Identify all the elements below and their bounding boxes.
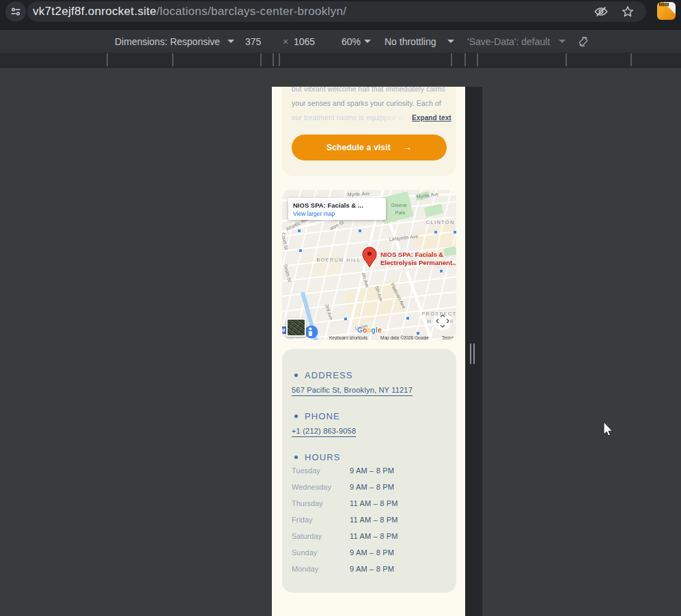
hours-time: 11 AM – 8 PM — [350, 512, 398, 528]
hours-time: 9 AM – 8 PM — [350, 479, 394, 495]
extension-icon[interactable] — [657, 2, 676, 20]
hours-day: Tuesday — [292, 462, 350, 479]
map-marker-label: NIOS SPA: Facials & Electrolysis Permane… — [380, 251, 456, 266]
view-larger-map-link[interactable]: View larger map — [293, 210, 381, 217]
hidden-eye-icon[interactable] — [594, 4, 609, 19]
intro-line1: but vibrant welcome hall that immediatel… — [292, 87, 456, 96]
arrow-right-icon: → — [403, 142, 412, 152]
zoom-dropdown-arrow[interactable] — [364, 30, 371, 53]
viewport-gutter — [465, 87, 482, 616]
device-viewport: but vibrant welcome hall that immediatel… — [272, 87, 465, 616]
map-street-label: Greene — [391, 203, 406, 208]
hours-heading: HOURS — [292, 451, 447, 462]
throttling-dropdown-arrow[interactable] — [447, 30, 454, 53]
bullet-dot — [294, 415, 298, 418]
map-info-title: NIOS SPA: Facials & ... — [293, 201, 381, 209]
rotate-icon — [576, 34, 591, 49]
intro-paragraph: but vibrant welcome hall that immediatel… — [281, 87, 456, 125]
throttling-dropdown[interactable]: No throttling — [385, 30, 436, 53]
dimensions-dropdown-arrow[interactable] — [227, 30, 234, 53]
media-query-bar[interactable] — [0, 53, 681, 68]
hours-time: 11 AM – 8 PM — [350, 495, 398, 512]
map-street-label: H — [428, 319, 432, 324]
hours-row: Wednesday9 AM – 8 PM — [292, 479, 447, 495]
bullet-dot — [294, 456, 298, 459]
save-data-dropdown-arrow[interactable] — [559, 30, 566, 53]
width-input[interactable]: 375 — [245, 30, 261, 53]
browser-toolbar: vk7t2ejf8f.onrocket.site/locations/barcl… — [0, 0, 681, 30]
viewport-resize-handle[interactable] — [470, 344, 475, 364]
mq-separator — [566, 53, 567, 66]
address-heading: ADDRESS — [292, 369, 447, 380]
address-link[interactable]: 567 Pacific St, Brooklyn, NY 11217 — [292, 385, 413, 396]
map-street-label: Park — [395, 210, 405, 215]
hours-row: Sunday9 AM – 8 PM — [292, 544, 447, 561]
transit-station-icon — [344, 317, 348, 321]
hours-day: Monday — [292, 561, 350, 577]
transit-station-icon — [439, 269, 443, 273]
mq-separator — [477, 53, 478, 66]
mq-separator — [464, 53, 466, 66]
mq-separator — [107, 53, 108, 66]
bullet-dot — [294, 374, 298, 377]
devtools-device-toolbar: Dimensions: Responsive 375 × 1065 60% No… — [0, 30, 681, 53]
bookmark-star-icon[interactable] — [620, 4, 635, 19]
zoom-dropdown[interactable]: 60% — [342, 30, 361, 53]
url-text: vk7t2ejf8f.onrocket.site/locations/barcl… — [33, 5, 346, 18]
tune-icon — [10, 6, 21, 17]
location-details-card: ADDRESS 567 Pacific St, Brooklyn, NY 112… — [282, 349, 456, 593]
dimensions-times: × — [283, 30, 288, 53]
site-settings-button[interactable] — [5, 1, 26, 22]
hours-row: Thursday11 AM – 8 PM — [292, 495, 447, 512]
transit-station-icon — [453, 230, 456, 234]
hours-list: Tuesday9 AM – 8 PMWednesday9 AM – 8 PMTh… — [292, 462, 447, 577]
phone-heading: PHONE — [292, 410, 447, 421]
hours-day: Friday — [292, 512, 350, 528]
mq-separator — [172, 53, 173, 66]
hours-time: 11 AM – 8 PM — [350, 528, 398, 544]
intro-line2: your senses and sparks your curiosity. E… — [292, 96, 456, 111]
google-map-embed[interactable]: Myrtle AveMyrtle AveGreeneParkCLINTON HL… — [282, 190, 456, 340]
hours-row: Tuesday9 AM – 8 PM — [292, 462, 447, 479]
mq-separator — [451, 53, 452, 66]
map-data-text: Map data ©2026 Google — [380, 335, 429, 340]
keyboard-shortcuts-link[interactable]: Keyboard shortcuts — [329, 335, 367, 340]
mq-separator — [260, 53, 262, 66]
intro-card: but vibrant welcome hall that immediatel… — [281, 87, 456, 176]
hours-row: Saturday11 AM – 8 PM — [292, 528, 447, 544]
transit-station-icon — [434, 230, 438, 234]
hours-day: Saturday — [292, 528, 350, 544]
address-bar[interactable]: vk7t2ejf8f.onrocket.site/locations/barcl… — [27, 1, 646, 22]
mq-separator — [279, 53, 280, 66]
terms-link[interactable]: Terms — [442, 335, 454, 340]
height-input[interactable]: 1065 — [294, 30, 315, 53]
hours-day: Sunday — [292, 544, 350, 561]
pegman-control — [305, 326, 318, 339]
mq-separator — [630, 53, 632, 66]
google-logo[interactable]: Google — [357, 326, 382, 334]
transit-station-icon — [406, 316, 410, 320]
hours-row: Monday9 AM – 8 PM — [292, 561, 447, 577]
devtools-canvas: but vibrant welcome hall that immediatel… — [0, 68, 681, 616]
dimensions-dropdown[interactable]: Dimensions: Responsive — [115, 30, 220, 53]
hours-row: Friday11 AM – 8 PM — [292, 512, 447, 528]
hours-time: 9 AM – 8 PM — [350, 561, 394, 577]
map-street-label: BOERUM HILL — [316, 257, 361, 262]
satellite-view-toggle[interactable] — [286, 318, 306, 337]
phone-link[interactable]: +1 (212) 863-9058 — [292, 426, 356, 437]
expand-text-link[interactable]: Expand text — [412, 114, 451, 122]
transit-station-icon — [358, 229, 362, 233]
map-street-label: PROSPECT — [421, 311, 456, 316]
schedule-visit-button[interactable]: Schedule a visit → — [292, 135, 447, 160]
hours-day: Wednesday — [292, 479, 350, 495]
mq-separator — [273, 53, 274, 66]
transit-station-icon — [298, 249, 303, 253]
intro-line3: our treatment rooms is equipped witExpan… — [292, 111, 456, 125]
hours-time: 9 AM – 8 PM — [350, 544, 394, 561]
save-data-dropdown[interactable]: 'Save-Data': default — [467, 30, 550, 53]
map-street-label: CLINTON H — [426, 220, 456, 225]
rotate-viewport-button[interactable] — [576, 30, 591, 53]
hours-day: Thursday — [292, 495, 350, 512]
map-street-label: S — [450, 319, 454, 324]
devtools-window: vk7t2ejf8f.onrocket.site/locations/barcl… — [0, 0, 681, 616]
